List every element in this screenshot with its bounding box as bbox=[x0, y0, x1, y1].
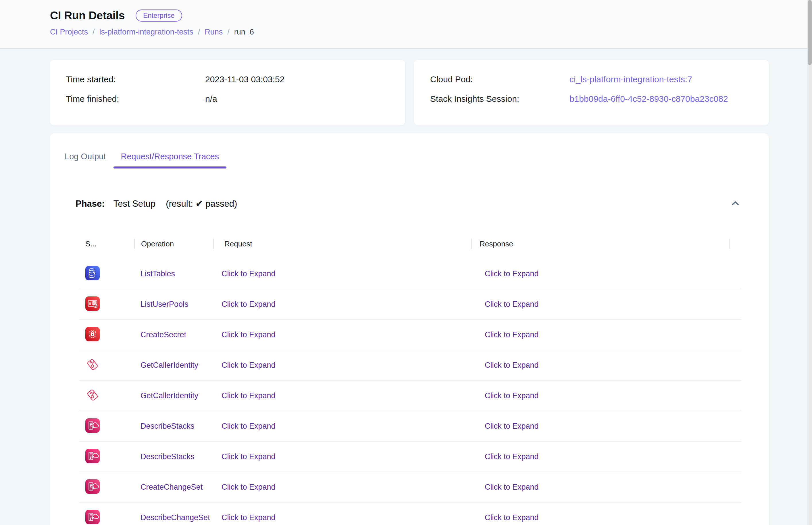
operation-link[interactable]: DescribeChangeSet bbox=[141, 513, 210, 522]
stack-insights-link[interactable]: b1bb09da-6ff0-4c52-8930-c870ba23c082 bbox=[569, 93, 728, 105]
response-expand-link[interactable]: Click to Expand bbox=[485, 452, 539, 461]
enterprise-badge: Enterprise bbox=[136, 10, 182, 21]
table-row: GetCallerIdentity Click to Expand Click … bbox=[79, 350, 741, 381]
tab-log-output[interactable]: Log Output bbox=[57, 151, 113, 168]
cloud-pod-row: Cloud Pod: ci_ls-platform-integration-te… bbox=[430, 74, 769, 85]
trace-table-body: ListTables Click to Expand Click to Expa… bbox=[79, 259, 741, 525]
session-info-card: Cloud Pod: ci_ls-platform-integration-te… bbox=[414, 60, 769, 126]
dynamodb-icon bbox=[85, 266, 100, 280]
response-expand-link[interactable]: Click to Expand bbox=[485, 300, 539, 309]
operation-link[interactable]: CreateChangeSet bbox=[141, 483, 203, 491]
cloud-pod-label: Cloud Pod: bbox=[430, 74, 569, 85]
phase-header: Phase: Test Setup (result: ✔ passed) bbox=[76, 197, 741, 210]
request-expand-link[interactable]: Click to Expand bbox=[221, 483, 276, 491]
breadcrumb-project[interactable]: ls-platform-integration-tests bbox=[99, 28, 193, 36]
column-header-service: S... bbox=[79, 240, 134, 249]
operation-link[interactable]: GetCallerIdentity bbox=[141, 391, 198, 400]
tab-request-response-traces[interactable]: Request/Response Traces bbox=[113, 151, 227, 168]
column-divider bbox=[134, 239, 135, 249]
sts-icon bbox=[85, 388, 100, 402]
request-expand-link[interactable]: Click to Expand bbox=[221, 452, 276, 461]
phase-result: (result: ✔ passed) bbox=[166, 198, 237, 209]
traces-card: Log Output Request/Response Traces Phase… bbox=[49, 133, 769, 525]
operation-link[interactable]: CreateSecret bbox=[141, 330, 186, 339]
cloudformation-icon bbox=[85, 449, 100, 463]
page-header: CI Run Details Enterprise CI Projects / … bbox=[0, 0, 812, 49]
stack-insights-row: Stack Insights Session: b1bb09da-6ff0-4c… bbox=[430, 93, 769, 105]
response-expand-link[interactable]: Click to Expand bbox=[485, 513, 539, 522]
request-expand-link[interactable]: Click to Expand bbox=[221, 300, 276, 309]
column-divider bbox=[471, 239, 472, 249]
table-row: DescribeStacks Click to Expand Click to … bbox=[79, 411, 741, 441]
tab-bar: Log Output Request/Response Traces bbox=[57, 151, 769, 168]
breadcrumb-separator: / bbox=[93, 28, 95, 36]
operation-link[interactable]: DescribeStacks bbox=[141, 422, 194, 431]
request-expand-link[interactable]: Click to Expand bbox=[221, 513, 276, 522]
breadcrumb-current-run: run_6 bbox=[234, 28, 254, 36]
request-expand-link[interactable]: Click to Expand bbox=[221, 330, 276, 339]
response-expand-link[interactable]: Click to Expand bbox=[485, 391, 539, 400]
collapse-phase-button[interactable] bbox=[729, 197, 741, 210]
time-finished-value: n/a bbox=[205, 93, 217, 105]
table-row: GetCallerIdentity Click to Expand Click … bbox=[79, 381, 741, 411]
cognito-icon bbox=[85, 297, 100, 311]
request-expand-link[interactable]: Click to Expand bbox=[221, 269, 276, 278]
table-row: CreateChangeSet Click to Expand Click to… bbox=[79, 472, 741, 502]
traces-table-header: S... Operation Request Response bbox=[79, 236, 741, 252]
column-divider bbox=[213, 239, 214, 249]
request-expand-link[interactable]: Click to Expand bbox=[221, 391, 276, 400]
response-expand-link[interactable]: Click to Expand bbox=[485, 483, 539, 491]
column-header-operation: Operation bbox=[134, 240, 213, 249]
table-row: ListTables Click to Expand Click to Expa… bbox=[79, 259, 741, 289]
breadcrumb-separator: / bbox=[198, 28, 200, 36]
time-started-label: Time started: bbox=[66, 74, 205, 85]
response-expand-link[interactable]: Click to Expand bbox=[485, 330, 539, 339]
time-started-row: Time started: 2023-11-03 03:03:52 bbox=[66, 74, 405, 85]
response-expand-link[interactable]: Click to Expand bbox=[485, 269, 539, 278]
cloudformation-icon bbox=[85, 418, 100, 433]
page-title: CI Run Details bbox=[50, 9, 125, 22]
secretsmanager-icon bbox=[85, 327, 100, 341]
request-expand-link[interactable]: Click to Expand bbox=[221, 361, 276, 370]
traces-table: S... Operation Request Response ListTabl… bbox=[79, 236, 741, 525]
time-info-card: Time started: 2023-11-03 03:03:52 Time f… bbox=[49, 60, 405, 126]
table-row: DescribeChangeSet Click to Expand Click … bbox=[79, 502, 741, 525]
breadcrumb-runs[interactable]: Runs bbox=[205, 28, 223, 36]
time-finished-label: Time finished: bbox=[66, 93, 205, 105]
phase-label: Phase: bbox=[76, 199, 105, 209]
column-header-response: Response bbox=[471, 240, 729, 249]
operation-link[interactable]: DescribeStacks bbox=[141, 452, 194, 461]
phase-name: Test Setup bbox=[113, 199, 155, 209]
cloudformation-icon bbox=[85, 479, 100, 494]
sts-icon bbox=[85, 357, 100, 372]
operation-link[interactable]: ListTables bbox=[141, 269, 175, 278]
table-row: DescribeStacks Click to Expand Click to … bbox=[79, 441, 741, 472]
column-header-request: Request bbox=[213, 240, 471, 249]
breadcrumb-ci-projects[interactable]: CI Projects bbox=[50, 28, 88, 36]
scrollbar-track bbox=[808, 0, 812, 525]
column-divider bbox=[729, 239, 730, 249]
table-row: ListUserPools Click to Expand Click to E… bbox=[79, 289, 741, 320]
breadcrumb-separator: / bbox=[227, 28, 230, 36]
chevron-up-icon bbox=[730, 199, 740, 208]
response-expand-link[interactable]: Click to Expand bbox=[485, 361, 539, 370]
table-row: CreateSecret Click to Expand Click to Ex… bbox=[79, 320, 741, 350]
operation-link[interactable]: GetCallerIdentity bbox=[141, 361, 198, 370]
ci-run-details-page: CI Run Details Enterprise CI Projects / … bbox=[0, 0, 812, 525]
stack-insights-label: Stack Insights Session: bbox=[430, 93, 569, 105]
scrollbar-thumb[interactable] bbox=[808, 0, 812, 65]
breadcrumb: CI Projects / ls-platform-integration-te… bbox=[50, 28, 254, 36]
time-started-value: 2023-11-03 03:03:52 bbox=[205, 74, 284, 85]
response-expand-link[interactable]: Click to Expand bbox=[485, 422, 539, 431]
cloud-pod-link[interactable]: ci_ls-platform-integration-tests:7 bbox=[569, 74, 692, 85]
time-finished-row: Time finished: n/a bbox=[66, 93, 405, 105]
operation-link[interactable]: ListUserPools bbox=[141, 300, 188, 309]
cloudformation-icon bbox=[85, 510, 100, 524]
request-expand-link[interactable]: Click to Expand bbox=[221, 422, 276, 431]
